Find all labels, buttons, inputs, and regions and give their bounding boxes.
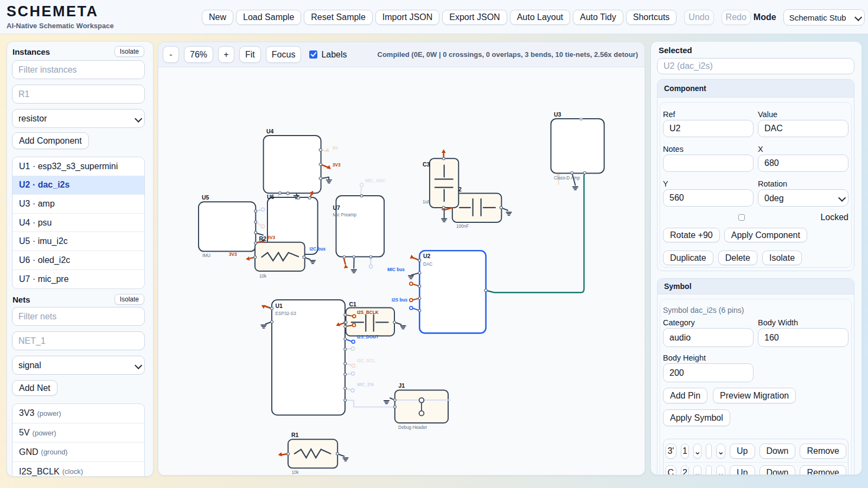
svg-text:1uF: 1uF [423,200,430,204]
svg-text:3V3: 3V3 [267,235,276,240]
svg-text:U2: U2 [423,253,431,259]
svg-text:U3: U3 [554,111,561,118]
svg-text:Debug Header: Debug Header [398,425,427,430]
svg-text:IMU: IMU [202,253,210,258]
svg-text:R2: R2 [259,235,267,242]
svg-text:I2S_DOUT: I2S_DOUT [357,335,379,339]
svg-text:3V3: 3V3 [229,252,237,257]
svg-text:I2S_BCLK: I2S_BCLK [357,310,379,315]
svg-text:MIC_EN: MIC_EN [357,382,374,387]
svg-text:MIC_ADC: MIC_ADC [365,178,385,183]
svg-text:U5: U5 [202,194,209,201]
svg-text:ESP32-S3: ESP32-S3 [276,311,297,316]
svg-text:C1: C1 [349,301,357,307]
svg-text:100nF: 100nF [456,224,469,229]
svg-text:I2C bus: I2C bus [310,247,326,252]
svg-text:3V3: 3V3 [333,163,341,168]
svg-text:Class-D Amp: Class-D Amp [554,176,580,181]
svg-text:U7: U7 [333,204,341,211]
svg-text:U1: U1 [276,303,283,309]
svg-text:MIC bus: MIC bus [387,267,405,272]
svg-text:I2C_SCL: I2C_SCL [357,358,375,363]
svg-text:Mic Preamp: Mic Preamp [333,213,357,217]
svg-text:C3: C3 [423,161,430,168]
svg-text:DAC: DAC [423,262,432,267]
svg-text:10k: 10k [292,470,299,475]
svg-text:I2S bus: I2S bus [392,298,408,303]
svg-text:U6: U6 [267,194,275,200]
svg-text:J1: J1 [399,382,405,389]
svg-text:U4: U4 [266,128,274,134]
svg-text:10k: 10k [259,274,267,279]
svg-text:R1: R1 [291,432,299,438]
svg-text:2: 2 [458,186,462,192]
svg-text:5V: 5V [333,146,339,151]
